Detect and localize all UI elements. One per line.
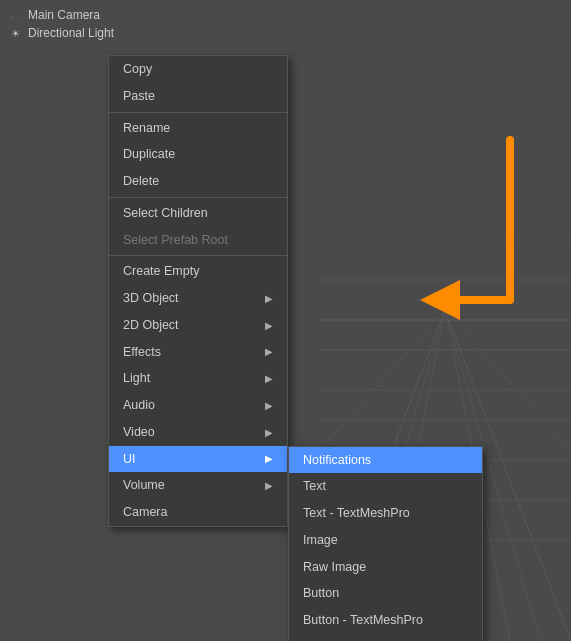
- submenu-arrow-light: ▶: [265, 371, 273, 386]
- menu-item-light[interactable]: Light ▶: [109, 365, 287, 392]
- menu-item-paste[interactable]: Paste: [109, 83, 287, 110]
- submenu-arrow-effects: ▶: [265, 344, 273, 359]
- menu-item-effects[interactable]: Effects ▶: [109, 339, 287, 366]
- submenu-item-raw-image[interactable]: Raw Image: [289, 554, 482, 581]
- menu-item-copy-label: Copy: [123, 60, 152, 79]
- hierarchy-item-light[interactable]: ☀ Directional Light: [0, 24, 310, 42]
- submenu-item-text-tmpro-label: Text - TextMeshPro: [303, 506, 410, 520]
- menu-item-volume-label: Volume: [123, 476, 165, 495]
- menu-item-delete[interactable]: Delete: [109, 168, 287, 195]
- submenu-item-toggle[interactable]: Toggle: [289, 634, 482, 641]
- submenu-item-image-label: Image: [303, 533, 338, 547]
- menu-item-rename[interactable]: Rename: [109, 115, 287, 142]
- submenu-item-notifications-label: Notifications: [303, 453, 371, 467]
- camera-icon: 🎥: [8, 8, 22, 22]
- submenu-item-raw-image-label: Raw Image: [303, 560, 366, 574]
- submenu-item-image[interactable]: Image: [289, 527, 482, 554]
- separator-1: [109, 112, 287, 113]
- menu-item-camera[interactable]: Camera: [109, 499, 287, 526]
- menu-item-select-prefab-root: Select Prefab Root: [109, 227, 287, 254]
- menu-item-3d-object-label: 3D Object: [123, 289, 179, 308]
- menu-item-2d-object-label: 2D Object: [123, 316, 179, 335]
- submenu-item-text[interactable]: Text: [289, 473, 482, 500]
- submenu-item-button-tmpro[interactable]: Button - TextMeshPro: [289, 607, 482, 634]
- menu-item-3d-object[interactable]: 3D Object ▶: [109, 285, 287, 312]
- submenu-item-button-tmpro-label: Button - TextMeshPro: [303, 613, 423, 627]
- menu-item-ui[interactable]: UI ▶: [109, 446, 287, 473]
- submenu-arrow-audio: ▶: [265, 398, 273, 413]
- menu-item-effects-label: Effects: [123, 343, 161, 362]
- menu-item-paste-label: Paste: [123, 87, 155, 106]
- menu-item-select-children-label: Select Children: [123, 204, 208, 223]
- submenu-arrow-3d: ▶: [265, 291, 273, 306]
- submenu-arrow-volume: ▶: [265, 478, 273, 493]
- submenu-item-notifications[interactable]: Notifications: [289, 447, 482, 474]
- menu-item-create-empty[interactable]: Create Empty: [109, 258, 287, 285]
- hierarchy-item-light-label: Directional Light: [28, 26, 114, 40]
- menu-item-light-label: Light: [123, 369, 150, 388]
- menu-item-duplicate-label: Duplicate: [123, 145, 175, 164]
- menu-item-volume[interactable]: Volume ▶: [109, 472, 287, 499]
- menu-item-rename-label: Rename: [123, 119, 170, 138]
- submenu-ui: Notifications Text Text - TextMeshPro Im…: [288, 446, 483, 642]
- submenu-arrow-ui: ▶: [265, 451, 273, 466]
- submenu-item-text-tmpro[interactable]: Text - TextMeshPro: [289, 500, 482, 527]
- menu-item-create-empty-label: Create Empty: [123, 262, 199, 281]
- submenu-item-button-label: Button: [303, 586, 339, 600]
- menu-item-video-label: Video: [123, 423, 155, 442]
- menu-item-delete-label: Delete: [123, 172, 159, 191]
- menu-item-camera-label: Camera: [123, 503, 167, 522]
- submenu-item-button[interactable]: Button: [289, 580, 482, 607]
- menu-item-ui-container: UI ▶ Notifications Text Text - TextMeshP…: [109, 446, 287, 473]
- hierarchy-panel: 🎥 Main Camera ☀ Directional Light: [0, 0, 310, 48]
- menu-item-ui-label: UI: [123, 450, 136, 469]
- separator-3: [109, 255, 287, 256]
- menu-item-select-children[interactable]: Select Children: [109, 200, 287, 227]
- menu-item-audio[interactable]: Audio ▶: [109, 392, 287, 419]
- submenu-item-text-label: Text: [303, 479, 326, 493]
- menu-item-select-prefab-root-label: Select Prefab Root: [123, 231, 228, 250]
- menu-item-duplicate[interactable]: Duplicate: [109, 141, 287, 168]
- menu-item-audio-label: Audio: [123, 396, 155, 415]
- hierarchy-item-camera-label: Main Camera: [28, 8, 100, 22]
- menu-item-2d-object[interactable]: 2D Object ▶: [109, 312, 287, 339]
- menu-item-copy[interactable]: Copy: [109, 56, 287, 83]
- submenu-arrow-2d: ▶: [265, 318, 273, 333]
- submenu-arrow-video: ▶: [265, 425, 273, 440]
- menu-item-video[interactable]: Video ▶: [109, 419, 287, 446]
- light-icon: ☀: [8, 26, 22, 40]
- context-menu: Copy Paste Rename Duplicate Delete Selec…: [108, 55, 288, 527]
- separator-2: [109, 197, 287, 198]
- hierarchy-item-camera[interactable]: 🎥 Main Camera: [0, 6, 310, 24]
